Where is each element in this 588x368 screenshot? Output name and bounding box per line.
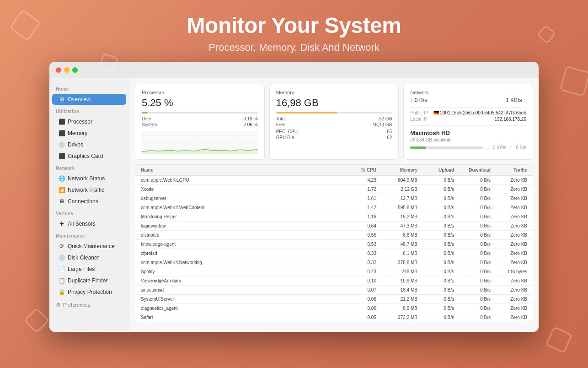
preferences-icon: ⚙ — [56, 302, 61, 308]
table-cell-3: 0 B/s — [417, 297, 454, 302]
quick-maintenance-icon: ⟳ — [59, 243, 65, 249]
table-row: Monitoring Helper1.1615,2 MB0 B/s0 B/sZe… — [135, 212, 533, 222]
page-subtitle: Processor, Memory, Disk And Network — [208, 42, 380, 54]
table-row: SystemUIServer0.0621,2 MB0 B/s0 B/sZero … — [135, 295, 533, 304]
sidebar-item-memory[interactable]: ⬛ Memory — [52, 128, 126, 139]
table-header: Name % CPU Memory Upload Download Traffi… — [135, 165, 533, 176]
table-cell-4: 0 B/s — [454, 269, 491, 274]
sidebar-item-overview[interactable]: ⊞ Overview — [52, 94, 126, 105]
col-memory: Memory — [376, 168, 417, 173]
table-row: ViewBridgeAuxiliary0.1010,9 MB0 B/s0 B/s… — [135, 276, 533, 286]
table-cell-1: 0.53 — [340, 242, 376, 247]
sidebar-item-quick-maintenance[interactable]: ⟳ Quick Maintenance — [52, 241, 126, 252]
table-cell-3: 0 B/s — [417, 251, 454, 256]
table-row: loginwindow0.6447,3 MB0 B/s0 B/sZero KB — [135, 222, 533, 231]
table-cell-5: Zero KB — [491, 306, 527, 311]
sidebar-item-connections[interactable]: 🖥 Connections — [52, 196, 126, 207]
col-traffic: Traffic — [491, 168, 527, 173]
table-cell-5: Zero KB — [491, 223, 527, 228]
disk-speeds: ↓ 0 KB/s ↑ 0 B/s — [487, 145, 526, 150]
sidebar-item-duplicate-finder[interactable]: 📋 Duplicate Finder — [52, 275, 126, 286]
table-cell-0: knowledge-agent — [141, 242, 340, 247]
gpu-info: PECI CPU 65 GPU Die 62 — [276, 129, 392, 140]
bg-decoration-3 — [24, 308, 50, 334]
table-cell-1: 0.06 — [340, 306, 376, 311]
maximize-button[interactable] — [72, 67, 78, 73]
table-cell-5: Zero KB — [491, 297, 527, 302]
cpu-icon: ⬛ — [59, 119, 65, 125]
table-cell-2: 21,2 MB — [376, 297, 417, 302]
table-cell-0: siriactionsd — [141, 287, 340, 292]
table-cell-0: com.apple.WebKit.WebContent — [141, 205, 340, 210]
peci-cpu-row: PECI CPU 65 — [276, 129, 392, 134]
table-cell-4: 0 B/s — [454, 178, 491, 183]
table-cell-3: 0 B/s — [417, 269, 454, 274]
table-cell-1: 0.23 — [340, 269, 376, 274]
table-body: com.apple.WebKit.GPU4.23804,9 MB0 B/s0 B… — [135, 176, 533, 322]
minimize-button[interactable] — [64, 67, 69, 73]
table-cell-3: 0 B/s — [417, 260, 454, 265]
sidebar-item-processor[interactable]: ⬛ Processor — [52, 116, 126, 127]
table-row: com.apple.WebKit.WebContent1.42595,8 MB0… — [135, 203, 533, 212]
table-cell-4: 0 B/s — [454, 214, 491, 219]
table-cell-4: 0 B/s — [454, 242, 491, 247]
table-cell-1: 0.55 — [340, 233, 376, 238]
table-cell-0: cfprefsd — [141, 251, 340, 256]
network-download-speed: ↓ 0 B/s — [410, 97, 427, 103]
table-cell-3: 0 B/s — [417, 205, 454, 210]
sidebar-item-network-status[interactable]: 🌐 Network Status — [52, 173, 126, 184]
sidebar-item-disk-cleaner[interactable]: 💿 Disk Cleaner — [52, 252, 126, 263]
sidebar-section-home: Home — [49, 83, 129, 93]
bg-decoration-5 — [560, 66, 588, 97]
network-speeds: ↓ 0 B/s 1 KB/s ↑ — [410, 97, 526, 103]
table-cell-1: 1.72 — [340, 187, 376, 192]
table-cell-4: 0 B/s — [454, 233, 491, 238]
table-cell-4: 0 B/s — [454, 251, 491, 256]
table-cell-0: Monitoring Helper — [141, 214, 340, 219]
memory-progress-bg — [276, 112, 392, 114]
table-cell-2: 15,2 MB — [376, 214, 417, 219]
preferences-item[interactable]: ⚙ Preferences — [49, 299, 129, 310]
close-button[interactable] — [56, 67, 61, 73]
table-cell-3: 0 B/s — [417, 223, 454, 228]
table-cell-2: 248 MB — [376, 269, 417, 274]
table-cell-5: Zero KB — [491, 260, 527, 265]
sensors-icon: ✚ — [59, 221, 65, 227]
sidebar-item-large-files[interactable]: 📄 Large Files — [52, 264, 126, 275]
sidebar-section-various: Various — [49, 207, 129, 218]
table-cell-4: 0 B/s — [454, 205, 491, 210]
table-cell-3: 0 B/s — [417, 214, 454, 219]
memory-title: Memory — [276, 90, 392, 95]
network-traffic-icon: 📶 — [59, 187, 65, 193]
table-row: cfprefsd0.336,1 MB0 B/s0 B/sZero KB — [135, 249, 533, 258]
sidebar-item-all-sensors[interactable]: ✚ All Sensors — [52, 218, 126, 229]
sidebar-item-graphics-card[interactable]: ⬛ Graphics Card — [52, 151, 126, 162]
memory-card: Memory 16,98 GB Total 32 GB Free 16,13 G… — [269, 84, 399, 160]
col-upload: Upload — [417, 168, 454, 173]
table-cell-2: 18,4 MB — [376, 287, 417, 292]
disk-bar-bg — [410, 146, 483, 149]
table-cell-5: Zero KB — [491, 214, 527, 219]
sidebar-item-network-traffic[interactable]: 📶 Network Traffic — [52, 184, 126, 195]
disk-cleaner-icon: 💿 — [59, 254, 65, 261]
processor-chart — [142, 131, 258, 154]
sidebar-item-privacy-protection[interactable]: 🔒 Privacy Protection — [52, 287, 126, 298]
table-cell-5: Zero KB — [491, 178, 527, 183]
sidebar-item-drives[interactable]: 💿 Drives — [52, 139, 126, 150]
table-cell-5: Zero KB — [491, 196, 527, 201]
sidebar-section-network: Network — [49, 162, 129, 173]
bg-decoration-4 — [545, 326, 573, 354]
table-cell-4: 0 B/s — [454, 223, 491, 228]
table-cell-5: Zero KB — [491, 251, 527, 256]
table-cell-3: 0 B/s — [417, 187, 454, 192]
window-body: Home ⊞ Overview Utilization ⬛ Processor … — [49, 78, 539, 332]
table-cell-1: 0.06 — [340, 297, 376, 302]
disk-write-icon: ↑ — [510, 145, 512, 150]
disk-available: 263,34 GB available — [410, 137, 526, 142]
main-content: Processor 5.25 % User 3.19 % System 2.06… — [129, 78, 539, 332]
col-cpu: % CPU — [340, 168, 376, 173]
memory-progress-fill — [276, 112, 337, 114]
table-cell-4: 0 B/s — [454, 306, 491, 311]
network-status-icon: 🌐 — [59, 175, 65, 182]
table-cell-5: Zero KB — [491, 287, 527, 292]
